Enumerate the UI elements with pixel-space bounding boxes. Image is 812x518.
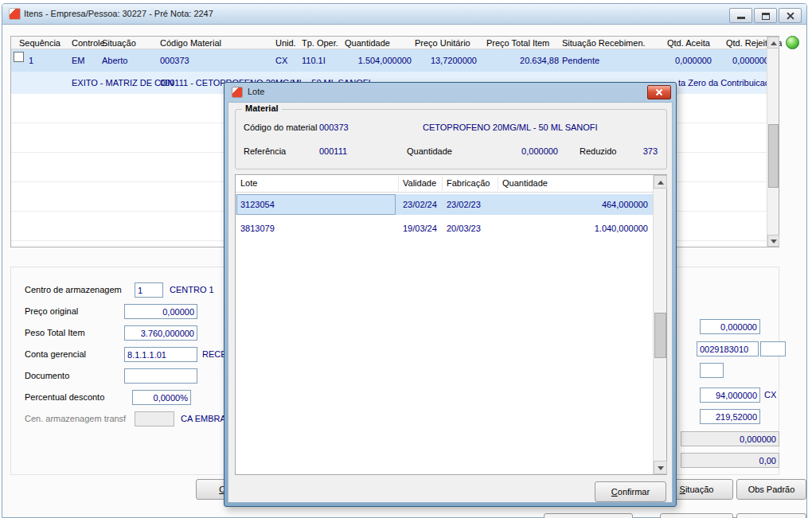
right-field-7 <box>681 453 779 468</box>
right-field-6 <box>681 431 779 446</box>
right-field-3[interactable] <box>700 363 724 378</box>
column-header-codigo-material: Código Material <box>160 38 221 48</box>
column-header-tp-oper: Tp. Oper. <box>302 38 338 48</box>
material-groupbox-legend: Material <box>242 103 282 113</box>
cen-armazenagem-transf-input <box>135 411 174 426</box>
lote-row[interactable]: 3813079 19/03/24 20/03/23 1.040,000000 <box>236 218 653 239</box>
column-header-preco-total-item: Preço Total Item <box>486 38 549 48</box>
dialog-title: Lote <box>248 87 264 96</box>
right-field-1[interactable] <box>700 319 760 334</box>
centro-armazenagem-input[interactable] <box>135 282 163 298</box>
minimize-button[interactable] <box>729 8 752 23</box>
cell-preco-total-item: 20.634,88 <box>486 49 559 72</box>
cell-quantidade: 1.504,000000 <box>334 49 412 72</box>
row-checkbox[interactable] <box>14 52 24 62</box>
lote-row-selected[interactable]: 3123054 23/02/24 23/02/23 464,000000 <box>236 194 653 215</box>
reduzido-value: 373 <box>630 146 658 156</box>
cell-controle: EM <box>72 49 85 72</box>
quantidade-column-header: Quantidade <box>502 178 548 188</box>
cell-situacao-recebimen: Pendente <box>562 49 599 72</box>
lote-grid: Lote Validade Fabricação Quantidade 3123… <box>235 174 667 475</box>
cell-validade: 19/03/24 <box>403 218 437 239</box>
referencia-label: Referência <box>244 146 286 156</box>
items-grid-header: Sequência Controle Situação Código Mater… <box>11 37 779 49</box>
right-field-5[interactable] <box>700 409 760 424</box>
documento-label: Documento <box>25 371 69 380</box>
conta-gerencial-input[interactable] <box>124 347 197 362</box>
app-icon <box>9 8 21 20</box>
cell-situacao: Aberto <box>102 49 127 72</box>
partial-button-bottom-1[interactable] <box>544 513 633 518</box>
preco-original-input[interactable] <box>124 304 197 319</box>
lote-grid-scrollbar[interactable] <box>653 175 666 474</box>
scrollbar-thumb[interactable] <box>768 124 779 188</box>
cell-fabricacao: 23/02/23 <box>447 194 481 215</box>
validade-column-header: Validade <box>403 178 436 188</box>
close-button[interactable] <box>779 8 802 23</box>
centro-armazenagem-label: Centro de armazenagem <box>25 285 122 294</box>
scroll-up-button[interactable] <box>654 175 667 189</box>
material-descricao-value: CETOPROFENO 20MG/ML - 50 ML SANOFI <box>423 123 598 132</box>
cell-qtd-aceita: 0,000000 <box>656 49 712 72</box>
percentual-desconto-input[interactable] <box>132 390 191 405</box>
items-grid-scrollbar[interactable] <box>767 37 779 247</box>
right-field-2b[interactable] <box>760 341 786 356</box>
right-field-4[interactable] <box>700 388 760 403</box>
maximize-button[interactable] <box>754 8 777 23</box>
dialog-icon <box>232 87 243 98</box>
reduzido-label: Reduzido <box>580 146 616 156</box>
column-separator <box>442 177 443 191</box>
cell-lote: 3123054 <box>240 194 275 215</box>
material-groupbox: Material Código do material 000373 CETOP… <box>235 109 667 169</box>
dialog-close-button[interactable] <box>647 85 671 99</box>
titlebar: Itens - Empresa/Pessoa: 30227 - Pré Nota… <box>2 4 806 25</box>
cell-lote: 3813079 <box>240 218 275 239</box>
column-header-quantidade: Quantidade <box>345 38 390 48</box>
partial-button-bottom-3[interactable] <box>736 513 806 518</box>
partial-button-bottom-2[interactable] <box>660 513 733 518</box>
peso-total-item-input[interactable] <box>124 325 197 341</box>
quantidade-value: 0,000000 <box>498 146 558 156</box>
obs-padrao-button[interactable]: Obs Padrão <box>736 479 806 500</box>
documento-input[interactable] <box>124 368 197 384</box>
right-field-2[interactable] <box>697 341 759 356</box>
arrow-up-icon <box>658 181 664 185</box>
cell-unid: CX <box>275 49 287 72</box>
scroll-down-button[interactable] <box>767 235 779 247</box>
right-field-4-unit: CX <box>764 390 776 399</box>
cen-armazenagem-transf-label: Cen. armazenagem transf <box>25 414 126 423</box>
scroll-up-button[interactable] <box>767 37 779 49</box>
confirmar-button[interactable]: Confirmar <box>595 481 666 502</box>
cell-tp-oper: 110.1I <box>302 49 326 72</box>
window-title: Itens - Empresa/Pessoa: 30227 - Pré Nota… <box>24 9 213 18</box>
lote-dialog: Lote Material Código do material 000373 … <box>224 82 677 507</box>
scroll-down-button[interactable] <box>654 461 667 474</box>
scrollbar-thumb[interactable] <box>654 313 666 358</box>
peso-total-item-label: Peso Total Item <box>25 328 85 337</box>
column-header-sequencia: Sequência <box>19 38 61 48</box>
cell-quantidade: 464,000000 <box>570 194 648 215</box>
cell-validade: 23/02/24 <box>403 194 437 215</box>
column-header-situacao-recebimen: Situação Recebimen. <box>562 38 646 48</box>
arrow-up-icon <box>771 41 777 45</box>
column-header-unid: Unid. <box>275 38 296 48</box>
percentual-desconto-label: Percentual desconto <box>25 392 104 402</box>
lote-grid-header: Lote Validade Fabricação Quantidade <box>236 175 653 193</box>
column-header-situacao: Situação <box>102 38 136 48</box>
column-header-controle: Controle <box>72 38 105 48</box>
cell-fornecedor: EXITO - MATRIZ DE CON <box>72 72 174 94</box>
status-green-icon[interactable] <box>786 36 799 49</box>
lote-column-header: Lote <box>240 178 257 188</box>
column-header-preco-unitario: Preço Unitário <box>415 38 470 48</box>
item-row-selected[interactable]: 1 EM Aberto 000373 CX 110.1I 1.504,00000… <box>11 49 767 72</box>
referencia-value: 000111 <box>319 146 347 156</box>
conta-gerencial-label: Conta gerencial <box>25 349 86 359</box>
lote-dialog-content: Material Código do material 000373 CETOP… <box>228 102 673 503</box>
cell-preco-unitario: 13,7200000 <box>415 49 477 72</box>
fabricacao-column-header: Fabricação <box>447 178 490 188</box>
cell-fabricacao: 20/03/23 <box>447 218 481 239</box>
maximize-icon <box>762 13 770 20</box>
cell-mensagem-fiscal: ta Zero da Contribuicao p <box>678 72 769 94</box>
arrow-down-icon <box>771 240 777 243</box>
minimize-icon <box>737 17 745 19</box>
